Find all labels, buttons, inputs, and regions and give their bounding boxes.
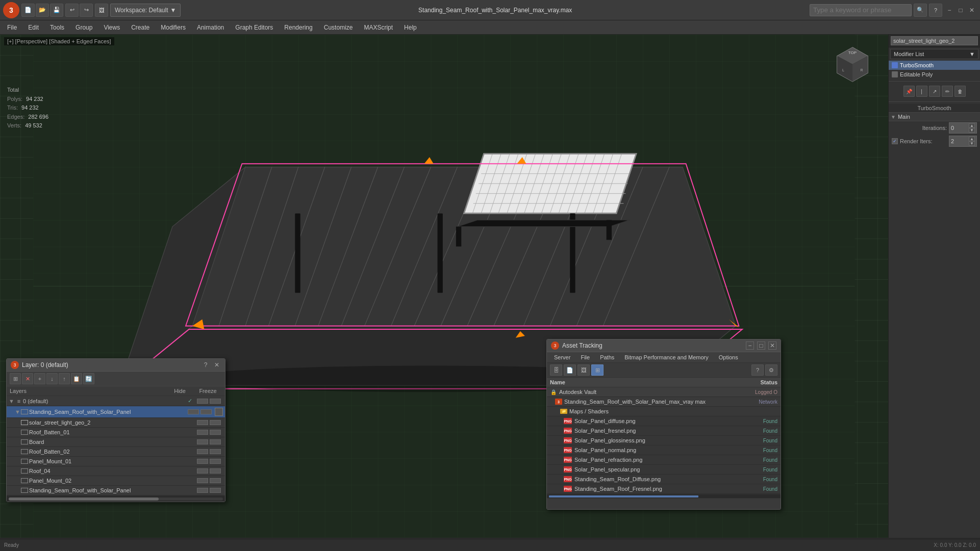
at-item-fresnel[interactable]: PNG Solar_Panel_fresnel.png Found [547,426,781,436]
at-item-max-file[interactable]: 3 Standing_Seam_Roof_with_Solar_Panel_ma… [547,397,781,407]
layer-tool-add[interactable]: + [34,373,45,384]
layer-hide-rb02[interactable] [197,449,208,454]
layer-tool-move-up[interactable]: ↑ [59,373,70,384]
rp-pin-icon[interactable]: 📌 [903,86,915,97]
help-button[interactable]: ? [929,4,942,17]
nav-cube[interactable]: TOP L R [832,45,873,86]
layer-tool-select[interactable]: ⊞ [10,373,21,384]
layer-hide-sc[interactable] [197,488,208,493]
layer-freeze-board[interactable] [210,439,221,444]
undo-button[interactable]: ↩ [65,4,79,17]
menu-views[interactable]: Views [98,22,125,33]
redo-button[interactable]: ↪ [80,4,93,17]
viewport[interactable]: [+] [Perspective] [Shaded + Edged Faces] [0,35,888,538]
at-menu-file[interactable]: File [575,352,595,362]
render-iters-up[interactable]: ▲ [969,137,975,141]
at-menu-bitmap[interactable]: Bitmap Performance and Memory [619,352,713,362]
menu-create[interactable]: Create [126,22,155,33]
main-section-header[interactable]: ▼ Main [889,113,980,121]
layer-hide-toggle-solar[interactable] [188,409,199,414]
at-item-roof-fresnel[interactable]: PNG Standing_Seam_Roof_Fresnel.png Found [547,484,781,494]
menu-rendering[interactable]: Rendering [279,22,317,33]
at-tool-settings[interactable]: ⚙ [765,364,777,376]
layer-color-swatch[interactable] [215,408,223,416]
menu-customize[interactable]: Customize [319,22,358,33]
layer-hide-board[interactable] [197,439,208,444]
layer-tool-move-down[interactable]: ↓ [46,373,58,384]
modifier-list-dropdown[interactable]: Modifier List ▼ [890,49,978,59]
at-item-refraction[interactable]: PNG Solar_Panel_refraction.png Found [547,455,781,465]
at-item-maps-folder[interactable]: 📁 Maps / Shaders [547,407,781,416]
at-menu-options[interactable]: Options [714,352,743,362]
layer-freeze-r04[interactable] [210,468,221,474]
at-item-glossiness[interactable]: PNG Solar_Panel_glossiness.png Found [547,436,781,445]
layer-row-default[interactable]: ▼ ≡ 0 (default) ✓ [7,396,225,406]
render-iters-down[interactable]: ▼ [969,141,975,146]
open-button[interactable]: 📂 [36,4,49,17]
menu-edit[interactable]: Edit [23,22,44,33]
at-menu-paths[interactable]: Paths [595,352,619,362]
layer-tool-delete[interactable]: ✕ [22,373,33,384]
layer-freeze-pm01[interactable] [210,459,221,464]
layer-tool-objects[interactable]: 📋 [71,373,82,384]
layer-row-roof-04[interactable]: Roof_04 [7,466,225,476]
at-maximize-button[interactable]: □ [757,342,765,350]
modifier-turbosmooth[interactable]: TurboSmooth [889,61,980,70]
menu-help[interactable]: Help [399,22,422,33]
rp-edit-icon[interactable]: ✏ [942,86,953,97]
layer-row-solar-main[interactable]: ▼ Standing_Seam_Roof_with_Solar_Panel [7,406,225,418]
layer-hide-pm01[interactable] [197,459,208,464]
at-minimize-button[interactable]: − [746,342,754,350]
menu-modifiers[interactable]: Modifiers [156,22,191,33]
minimize-button[interactable]: − [944,5,954,15]
render-iters-checkbox[interactable] [892,138,898,144]
menu-tools[interactable]: Tools [45,22,69,33]
at-tool-db[interactable]: 🗄 [550,364,562,376]
menu-graph-editors[interactable]: Graph Editors [230,22,278,33]
layer-row-solar-child[interactable]: Standing_Seam_Roof_with_Solar_Panel [7,486,225,495]
render-iters-field[interactable]: 2 ▲ ▼ [949,136,977,147]
close-button[interactable]: ✕ [967,5,977,15]
at-item-normal[interactable]: PNG Solar_Panel_normal.png Found [547,445,781,455]
iterations-value-field[interactable]: 0 ▲ ▼ [949,122,977,134]
search-button[interactable]: 🔍 [914,4,927,17]
layer-row-board[interactable]: Board [7,437,225,447]
layer-freeze-pm02[interactable] [210,478,221,483]
at-item-diffuse[interactable]: PNG Solar_Panel_diffuse.png Found [547,416,781,426]
layer-hide-street[interactable] [197,420,208,425]
layer-freeze-rb02[interactable] [210,449,221,454]
modifier-editable-poly[interactable]: Editable Poly [889,70,980,79]
at-close-button[interactable]: ✕ [768,342,776,350]
maximize-button[interactable]: □ [956,5,966,15]
menu-group[interactable]: Group [70,22,97,33]
layer-hide-rb01[interactable] [197,430,208,435]
render-button[interactable]: 🖼 [95,4,108,17]
layer-freeze-toggle-solar[interactable] [200,409,212,414]
rp-pin2-icon[interactable]: | [916,86,927,97]
rp-select-icon[interactable]: ↗ [929,86,940,97]
layer-hide-pm02[interactable] [197,478,208,483]
menu-maxscript[interactable]: MAXScript [359,22,398,33]
layer-scrollbar[interactable] [7,495,225,502]
at-item-vault[interactable]: 🔒 Autodesk Vault Logged O [547,387,781,397]
layer-row-roof-batten-02[interactable]: Roof_Batten_02 [7,447,225,457]
layer-hide-r04[interactable] [197,468,208,474]
workspace-dropdown[interactable]: Workspace: Default ▼ [110,4,181,17]
object-name-input[interactable] [891,36,978,45]
search-input[interactable] [810,4,912,16]
layer-row-street-light[interactable]: solar_street_light_geo_2 [7,418,225,428]
rp-trash-icon[interactable]: 🗑 [954,86,966,97]
at-tool-grid[interactable]: ⊞ [591,364,604,376]
at-menu-server[interactable]: Server [549,352,575,362]
at-tool-image[interactable]: 🖼 [577,364,590,376]
layer-panel-help-button[interactable]: ? [202,361,210,369]
at-item-specular[interactable]: PNG Solar_Panel_specular.png Found [547,465,781,475]
layer-freeze-toggle[interactable] [210,399,221,404]
layer-freeze-street[interactable] [210,420,221,425]
at-tool-help[interactable]: ? [751,364,764,376]
layer-hide-toggle[interactable] [197,399,208,404]
at-item-roof-diffuse[interactable]: PNG Standing_Seam_Roof_Diffuse.png Found [547,475,781,484]
layer-panel-close-button[interactable]: ✕ [213,361,221,369]
new-button[interactable]: 📄 [21,4,35,17]
layer-freeze-sc[interactable] [210,488,221,493]
